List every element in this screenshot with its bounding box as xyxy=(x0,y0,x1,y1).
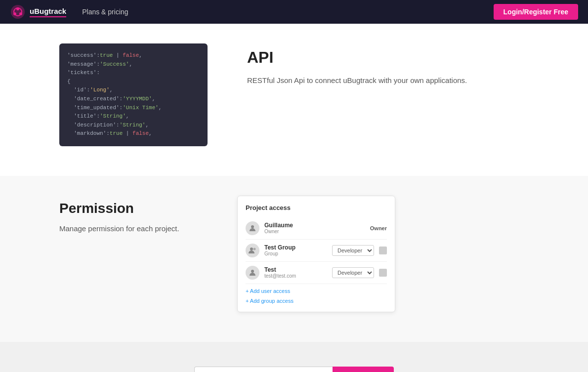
perm-role-owner: Owner xyxy=(370,225,387,231)
permission-title: Permission xyxy=(59,201,198,216)
add-user-link[interactable]: + Add user access xyxy=(246,288,387,294)
perm-avatar-test xyxy=(246,266,259,280)
svg-point-2 xyxy=(16,7,19,10)
permission-section: Permission Manage permission for each pr… xyxy=(0,176,588,342)
navbar: uBugtrack Plans & pricing Login/Register… xyxy=(0,0,588,24)
svg-point-8 xyxy=(251,270,254,273)
perm-user-name: Test Group xyxy=(264,244,327,251)
try-free-button[interactable]: Try it free xyxy=(333,367,394,372)
api-code-block: 'success':true | false, 'message':'Succe… xyxy=(59,43,208,146)
permission-screenshot: Project access Guillaume Owner Owner Tes xyxy=(237,196,395,312)
page-content: 'success':true | false, 'message':'Succe… xyxy=(0,24,588,372)
perm-delete-testgroup[interactable] xyxy=(379,247,387,254)
perm-role-dropdown-test[interactable]: Developer Owner xyxy=(332,267,374,278)
perm-delete-test[interactable] xyxy=(379,269,387,277)
api-description: RESTful Json Api to connect uBugtrack wi… xyxy=(247,75,467,86)
svg-point-7 xyxy=(253,248,256,250)
svg-point-5 xyxy=(251,225,254,228)
navbar-logo[interactable]: uBugtrack xyxy=(10,4,66,20)
permission-text-area: Permission Manage permission for each pr… xyxy=(59,196,198,233)
svg-point-0 xyxy=(11,5,25,19)
register-button[interactable]: Login/Register Free xyxy=(494,4,578,20)
api-section: 'success':true | false, 'message':'Succe… xyxy=(0,24,588,176)
svg-point-3 xyxy=(19,12,22,15)
permission-heading: Project access xyxy=(246,204,387,211)
permission-row: Guillaume Owner Owner xyxy=(246,217,387,240)
api-title: API xyxy=(247,48,467,67)
perm-user-sub: Owner xyxy=(264,229,365,234)
navbar-link-plans[interactable]: Plans & pricing xyxy=(76,8,134,16)
permission-row: Test Group Group Developer Owner xyxy=(246,240,387,262)
perm-avatar-guillaume xyxy=(246,221,259,235)
navbar-links: Plans & pricing xyxy=(76,8,134,16)
permission-description: Manage permission for each project. xyxy=(59,224,198,233)
perm-user-sub: Group xyxy=(264,251,327,256)
api-text-area: API RESTful Json Api to connect uBugtrac… xyxy=(247,43,467,86)
cta-form: Try it free xyxy=(194,367,394,372)
perm-user-info-testgroup: Test Group Group xyxy=(264,244,327,256)
perm-user-name: Test xyxy=(264,266,327,273)
perm-user-info-guillaume: Guillaume Owner xyxy=(264,222,365,234)
group-icon xyxy=(249,247,256,254)
perm-avatar-testgroup xyxy=(246,244,259,257)
logo-icon xyxy=(10,4,26,20)
cta-section: Try it free Registration in 5 seconds, o… xyxy=(0,342,588,372)
svg-point-6 xyxy=(250,248,253,250)
svg-point-4 xyxy=(13,12,16,15)
perm-user-info-test: Test test@test.com xyxy=(264,266,327,279)
perm-user-name: Guillaume xyxy=(264,222,365,229)
add-group-link[interactable]: + Add group access xyxy=(246,298,387,304)
perm-role-dropdown-testgroup[interactable]: Developer Owner xyxy=(332,245,374,256)
navbar-brand: uBugtrack xyxy=(30,7,66,17)
user-icon xyxy=(249,269,256,277)
perm-user-sub: test@test.com xyxy=(264,273,327,279)
user-icon xyxy=(249,224,256,232)
email-input[interactable] xyxy=(194,367,333,372)
permission-row: Test test@test.com Developer Owner xyxy=(246,262,387,284)
